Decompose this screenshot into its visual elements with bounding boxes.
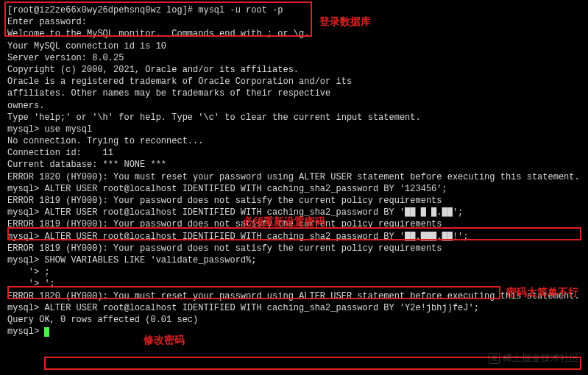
annotation-change-password: 修改密码	[144, 333, 185, 347]
terminal-prompt[interactable]: mysql>	[7, 326, 581, 338]
cursor-icon	[44, 327, 49, 337]
terminal-line: Server version: 8.0.25	[7, 52, 581, 64]
highlight-box-login	[4, 1, 312, 37]
terminal-line: No connection. Trying to reconnect...	[7, 135, 581, 147]
terminal-line: Query OK, 0 rows affected (0.01 sec)	[7, 314, 581, 326]
terminal-line: ERROR 1819 (HY000): Your password does n…	[7, 195, 581, 207]
terminal-line: Copyright (c) 2000, 2021, Oracle and/or …	[7, 64, 581, 76]
prompt-text: mysql>	[7, 326, 44, 337]
annotation-reset-password: 必须重新设置密码	[243, 215, 325, 229]
terminal-line: mysql> ALTER USER root@localhost IDENTIF…	[7, 183, 581, 195]
watermark: 掘 稀土掘金技术社区	[489, 351, 579, 365]
terminal-line: owners.	[7, 100, 581, 112]
terminal-line: ERROR 1819 (HY000): Your password does n…	[7, 243, 581, 254]
terminal-line: '> ;	[7, 266, 581, 278]
terminal-line: mysql> SHOW VARIABLES LIKE 'validate_pas…	[7, 254, 581, 266]
terminal-line: Your MySQL connection id is 10	[7, 40, 581, 52]
highlight-box-error1820	[7, 227, 581, 240]
annotation-password-too-simple: 密码太简单不行	[506, 285, 578, 299]
terminal-line: Connection id: 11	[7, 147, 581, 159]
terminal-line: mysql> ALTER USER root@localhost IDENTIF…	[7, 302, 581, 314]
highlight-box-alter-attempt	[7, 286, 500, 299]
annotation-login: 登录数据库	[319, 15, 371, 29]
terminal-line: Oracle is a registered trademark of Orac…	[7, 76, 581, 88]
terminal-line: ERROR 1820 (HY000): You must reset your …	[7, 171, 581, 183]
watermark-text: 稀土掘金技术社区	[503, 351, 579, 365]
terminal-line: Type 'help;' or '\h' for help. Type '\c'…	[7, 112, 581, 124]
terminal-line: Current database: *** NONE ***	[7, 159, 581, 171]
juejin-logo-icon: 掘	[489, 353, 500, 364]
terminal-line: affiliates. Other names may be trademark…	[7, 88, 581, 99]
terminal-line: mysql> use mysql	[7, 124, 581, 135]
